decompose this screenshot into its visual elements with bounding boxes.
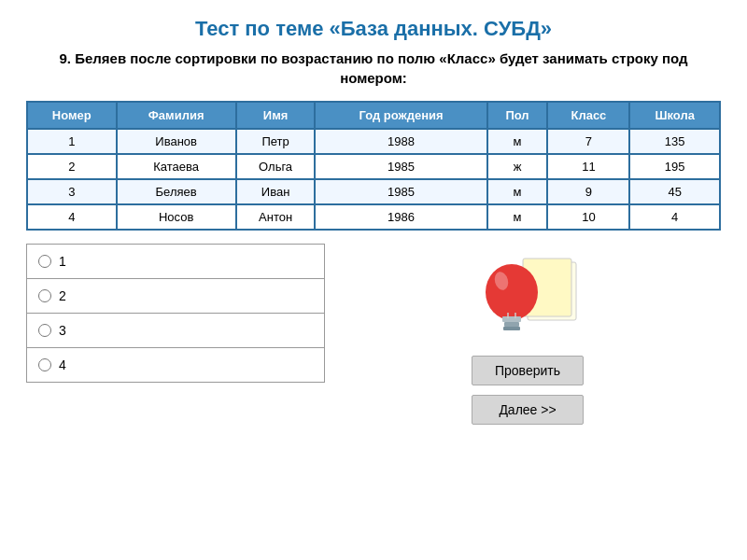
options-container: 1234: [26, 244, 325, 383]
svg-point-2: [486, 264, 538, 320]
table-header: Пол: [487, 102, 548, 129]
table-header: Фамилия: [117, 102, 236, 129]
table-cell: 10: [547, 204, 629, 230]
table-row: 3БеляевИван1985м945: [27, 179, 720, 204]
radio-option-1[interactable]: 1: [38, 254, 313, 269]
radio-option-3[interactable]: 3: [38, 323, 313, 338]
table-cell: Носов: [117, 204, 236, 230]
option-cell[interactable]: 3: [27, 314, 325, 348]
table-header: Год рождения: [315, 102, 486, 129]
option-row: 4: [27, 348, 325, 383]
table-row: 1ИвановПетр1988м7135: [27, 129, 720, 154]
radio-option-4[interactable]: 4: [38, 357, 313, 372]
option-cell[interactable]: 2: [27, 279, 325, 314]
radio-input-1[interactable]: [38, 255, 51, 268]
table-cell: Катаева: [117, 154, 236, 179]
svg-rect-5: [503, 327, 520, 330]
bulb-svg: [476, 253, 579, 346]
table-cell: Иванов: [117, 129, 236, 154]
option-row: 3: [27, 314, 325, 348]
table-cell: 1985: [315, 179, 486, 204]
table-cell: Беляев: [117, 179, 236, 204]
table-cell: м: [487, 204, 548, 230]
options-table: 1234: [26, 244, 325, 383]
option-row: 1: [27, 245, 325, 279]
question-text: 9. Беляев после сортировки по возрастани…: [26, 49, 721, 88]
page-title: Тест по теме «База данных. СУБД»: [26, 17, 721, 41]
radio-input-2[interactable]: [38, 289, 51, 302]
table-row: 4НосовАнтон1986м104: [27, 204, 720, 230]
option-label-3: 3: [59, 323, 66, 338]
table-cell: 9: [547, 179, 629, 204]
table-cell: ж: [487, 154, 548, 179]
right-panel: Проверить Далее >>: [334, 244, 721, 425]
next-button[interactable]: Далее >>: [472, 395, 584, 425]
table-header: Имя: [236, 102, 316, 129]
data-table: НомерФамилияИмяГод рожденияПолКлассШкола…: [26, 101, 721, 231]
table-cell: 3: [27, 179, 117, 204]
table-cell: 1988: [315, 129, 486, 154]
table-cell: м: [487, 179, 548, 204]
svg-rect-4: [504, 322, 519, 327]
table-cell: 11: [547, 154, 629, 179]
svg-rect-3: [502, 316, 521, 322]
option-cell[interactable]: 1: [27, 245, 325, 279]
table-cell: 1985: [315, 154, 486, 179]
table-header: Класс: [547, 102, 629, 129]
option-label-1: 1: [59, 254, 66, 269]
bottom-section: 1234 Проверить Далее >>: [26, 244, 721, 425]
radio-input-4[interactable]: [38, 358, 51, 371]
radio-input-3[interactable]: [38, 324, 51, 337]
table-cell: 4: [629, 204, 720, 230]
table-cell: 1: [27, 129, 117, 154]
table-cell: Петр: [236, 129, 316, 154]
table-row: 2КатаеваОльга1985ж11195: [27, 154, 720, 179]
table-cell: м: [487, 129, 548, 154]
table-cell: Антон: [236, 204, 316, 230]
table-cell: 2: [27, 154, 117, 179]
check-button[interactable]: Проверить: [472, 356, 584, 385]
option-label-2: 2: [59, 288, 66, 303]
table-cell: 135: [629, 129, 720, 154]
table-cell: 4: [27, 204, 117, 230]
option-cell[interactable]: 4: [27, 348, 325, 383]
table-cell: 195: [629, 154, 720, 179]
option-label-4: 4: [59, 357, 66, 372]
table-header: Номер: [27, 102, 117, 129]
table-header: Школа: [629, 102, 720, 129]
option-row: 2: [27, 279, 325, 314]
bulb-illustration: [476, 253, 579, 346]
table-cell: 45: [629, 179, 720, 204]
radio-option-2[interactable]: 2: [38, 288, 313, 303]
table-cell: Ольга: [236, 154, 316, 179]
table-cell: Иван: [236, 179, 316, 204]
table-cell: 1986: [315, 204, 486, 230]
table-cell: 7: [547, 129, 629, 154]
